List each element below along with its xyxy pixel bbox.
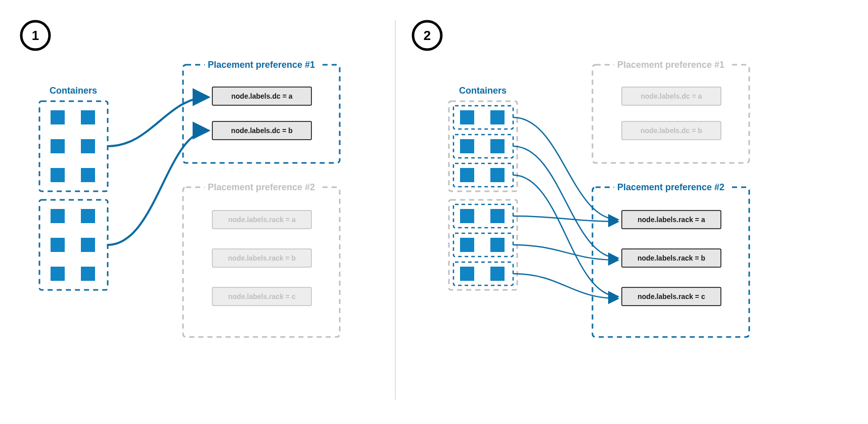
container-block bbox=[490, 238, 505, 252]
container-block bbox=[51, 267, 65, 281]
container-block bbox=[490, 168, 505, 182]
container-block bbox=[490, 209, 505, 223]
arrow-left-1 bbox=[108, 97, 209, 146]
arrow-left-2 bbox=[108, 131, 209, 245]
container-block bbox=[490, 139, 505, 153]
arrow-right-a2 bbox=[513, 175, 618, 296]
container-pair-right-a0 bbox=[453, 106, 513, 129]
placement-pref-2-left: Placement preference #2 node.labels.rack… bbox=[183, 182, 340, 337]
step-badge-2: 2 bbox=[413, 21, 441, 50]
containers-title-right: Containers bbox=[459, 86, 507, 96]
pref1-item-right-0: node.labels.dc = a bbox=[622, 87, 721, 105]
pref2-item-right-1: node.labels.rack = b bbox=[622, 249, 721, 267]
svg-text:node.labels.dc = a: node.labels.dc = a bbox=[232, 92, 293, 100]
svg-rect-3 bbox=[183, 65, 340, 163]
container-block bbox=[460, 168, 474, 182]
svg-text:node.labels.rack = c: node.labels.rack = c bbox=[637, 292, 705, 301]
containers-title-left: Containers bbox=[50, 86, 97, 96]
container-block bbox=[81, 267, 95, 281]
pref2-item-right-0: node.labels.rack = a bbox=[622, 210, 721, 229]
svg-text:node.labels.dc = b: node.labels.dc = b bbox=[231, 126, 293, 135]
container-block bbox=[81, 139, 95, 153]
container-block bbox=[51, 209, 65, 223]
pref2-title-right: Placement preference #2 bbox=[617, 182, 724, 192]
pref2-item-left-0: node.labels.rack = a bbox=[212, 210, 311, 229]
container-block bbox=[51, 110, 65, 124]
pref1-title-left: Placement preference #1 bbox=[208, 60, 315, 70]
container-pair-right-a2 bbox=[453, 163, 513, 187]
svg-rect-1 bbox=[39, 101, 108, 191]
container-block bbox=[460, 238, 474, 252]
pref2-item-left-1: node.labels.rack = b bbox=[212, 249, 311, 267]
container-pair-right-b1 bbox=[453, 233, 513, 257]
svg-text:node.labels.rack = b: node.labels.rack = b bbox=[228, 254, 296, 262]
pref1-item-right-1: node.labels.dc = b bbox=[622, 121, 721, 140]
arrow-right-a0 bbox=[513, 117, 618, 220]
containers-outer-right-b bbox=[449, 200, 517, 290]
container-block bbox=[51, 168, 65, 182]
container-block bbox=[51, 238, 65, 252]
step-badge-1-label: 1 bbox=[32, 28, 39, 43]
svg-text:node.labels.rack = c: node.labels.rack = c bbox=[228, 292, 296, 301]
container-block bbox=[460, 267, 474, 281]
container-block bbox=[51, 139, 65, 153]
arrow-right-b0 bbox=[513, 216, 618, 222]
container-pair-right-b0 bbox=[453, 204, 513, 228]
arrow-right-b2 bbox=[513, 274, 618, 299]
pref1-item-left-1: node.labels.dc = b bbox=[212, 121, 311, 140]
svg-rect-2 bbox=[39, 200, 108, 290]
svg-text:node.labels.rack = a: node.labels.rack = a bbox=[228, 216, 296, 224]
pref1-item-left-0: node.labels.dc = a bbox=[212, 87, 311, 105]
svg-text:node.labels.dc = b: node.labels.dc = b bbox=[641, 126, 702, 135]
container-block bbox=[81, 110, 95, 124]
svg-text:node.labels.rack = b: node.labels.rack = b bbox=[637, 254, 705, 262]
container-block bbox=[81, 168, 95, 182]
container-pair-right-b2 bbox=[453, 262, 513, 285]
container-block bbox=[81, 209, 95, 223]
step-badge-2-label: 2 bbox=[424, 28, 431, 43]
container-block bbox=[460, 139, 474, 153]
pref2-item-left-2: node.labels.rack = c bbox=[212, 287, 311, 306]
arrow-right-b1 bbox=[513, 245, 618, 260]
panel-right: 2 Containers Placement pref bbox=[413, 21, 749, 337]
svg-text:node.labels.rack = a: node.labels.rack = a bbox=[637, 216, 705, 224]
step-badge-1: 1 bbox=[21, 21, 50, 50]
container-block bbox=[490, 110, 505, 124]
containers-group-left-b bbox=[39, 200, 108, 290]
pref2-title-left: Placement preference #2 bbox=[208, 182, 315, 192]
container-pair-right-a1 bbox=[453, 135, 513, 158]
container-block bbox=[460, 110, 474, 124]
placement-pref-1-right: Placement preference #1 node.labels.dc =… bbox=[592, 60, 749, 163]
container-block bbox=[81, 238, 95, 252]
container-block bbox=[490, 267, 505, 281]
placement-pref-1-left: Placement preference #1 node.labels.dc =… bbox=[183, 60, 340, 163]
containers-outer-right-a bbox=[449, 101, 517, 191]
pref1-title-right: Placement preference #1 bbox=[617, 60, 724, 70]
panel-left: 1 Containers Placement preference #1 nod… bbox=[21, 21, 340, 337]
containers-group-left-a bbox=[39, 101, 108, 191]
container-block bbox=[460, 209, 474, 223]
svg-rect-24 bbox=[592, 65, 749, 163]
svg-text:node.labels.dc = a: node.labels.dc = a bbox=[641, 92, 702, 100]
pref2-item-right-2: node.labels.rack = c bbox=[622, 287, 721, 306]
